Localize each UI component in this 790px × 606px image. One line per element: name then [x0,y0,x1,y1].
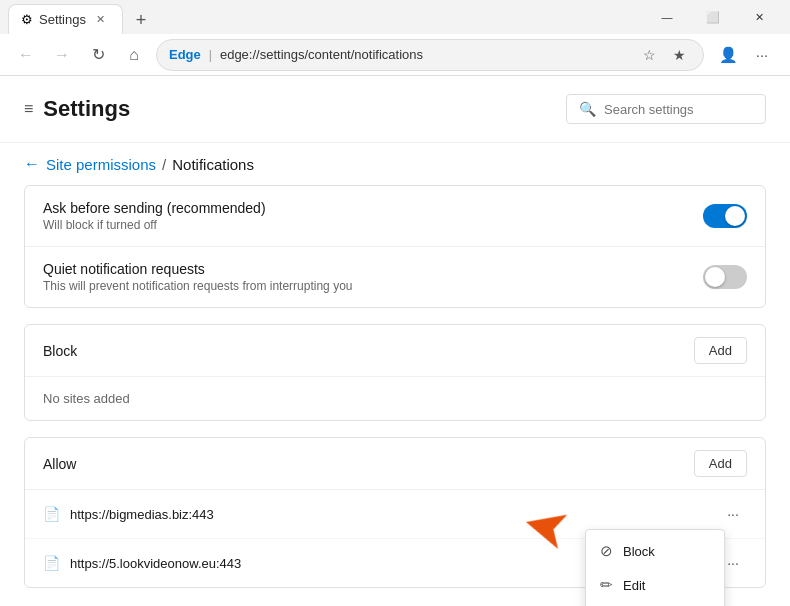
forward-button[interactable]: → [48,41,76,69]
allow-add-button[interactable]: Add [694,450,747,477]
profile-button[interactable]: 👤 [712,39,744,71]
tab-bar: ⚙ Settings ✕ + [8,0,155,34]
block-empty-text: No sites added [25,377,765,420]
tab-icon: ⚙ [21,12,33,27]
settings-main: ≡ Settings 🔍 ← Site permissions / Notifi… [0,76,790,606]
breadcrumb-current: Notifications [172,156,254,173]
window-controls: — ⬜ ✕ [644,0,782,34]
allow-section-header: Allow Add [25,438,765,490]
site-file-icon-1: 📄 [43,506,60,522]
block-section-header: Block Add [25,325,765,377]
settings-header: ≡ Settings 🔍 [0,76,790,143]
ask-before-sending-info: Ask before sending (recommended) Will bl… [43,200,703,232]
quiet-notifications-row: Quiet notification requests This will pr… [25,247,765,307]
block-ctx-label: Block [623,544,655,559]
collections-icon[interactable]: ★ [667,43,691,67]
more-menu-button[interactable]: ··· [746,39,778,71]
ask-before-sending-label: Ask before sending (recommended) [43,200,703,216]
block-section: Block Add No sites added [24,324,766,421]
tab-close-button[interactable]: ✕ [92,11,110,29]
site-file-icon-2: 📄 [43,555,60,571]
minimize-button[interactable]: — [644,0,690,34]
breadcrumb-back-button[interactable]: ← [24,155,40,173]
breadcrumb: ← Site permissions / Notifications [0,143,790,185]
settings-title-wrap: ≡ Settings [24,96,130,122]
allow-site-menu-button-1[interactable]: ··· [719,500,747,528]
ask-before-sending-desc: Will block if turned off [43,218,703,232]
edit-ctx-label: Edit [623,578,645,593]
settings-content: Ask before sending (recommended) Will bl… [0,185,790,606]
search-input[interactable] [604,102,754,117]
new-tab-button[interactable]: + [127,6,155,34]
address-bar-input[interactable]: Edge | edge://settings/content/notificat… [156,39,704,71]
quiet-notifications-info: Quiet notification requests This will pr… [43,261,703,293]
url-text: edge://settings/content/notifications [220,47,629,62]
context-menu-remove[interactable]: 🗑 Remove [586,602,724,606]
address-bar: ← → ↻ ⌂ Edge | edge://settings/content/n… [0,34,790,76]
home-button[interactable]: ⌂ [120,41,148,69]
block-ctx-icon: ⊘ [600,542,613,560]
allow-section: Allow Add 📄 https://bigmedias.biz:443 ··… [24,437,766,588]
quiet-notifications-toggle[interactable] [703,265,747,289]
allow-site-row-2: 📄 https://5.lookvideonow.eu:443 ··· ⊘ Bl… [25,539,765,587]
favorite-icon[interactable]: ☆ [637,43,661,67]
edge-logo: Edge [169,47,201,62]
breadcrumb-separator: / [162,156,166,173]
block-add-button[interactable]: Add [694,337,747,364]
settings-layout: ≡ Settings 🔍 ← Site permissions / Notifi… [0,76,790,606]
allow-site-url-1: https://bigmedias.biz:443 [70,507,719,522]
settings-tab[interactable]: ⚙ Settings ✕ [8,4,123,34]
back-button[interactable]: ← [12,41,40,69]
tab-title: Settings [39,12,86,27]
allow-section-label: Allow [43,456,76,472]
address-bar-icons: ☆ ★ [637,43,691,67]
title-bar: ⚙ Settings ✕ + — ⬜ ✕ [0,0,790,34]
context-menu-edit[interactable]: ✏ Edit [586,568,724,602]
hamburger-icon[interactable]: ≡ [24,100,33,118]
context-menu: ⊘ Block ✏ Edit 🗑 Remove [585,529,725,606]
address-separator: | [209,48,212,62]
page-title: Settings [43,96,130,122]
quiet-notifications-label: Quiet notification requests [43,261,703,277]
refresh-button[interactable]: ↻ [84,41,112,69]
toolbar-right: 👤 ··· [712,39,778,71]
context-menu-block[interactable]: ⊘ Block [586,534,724,568]
search-box[interactable]: 🔍 [566,94,766,124]
restore-button[interactable]: ⬜ [690,0,736,34]
close-button[interactable]: ✕ [736,0,782,34]
edit-ctx-icon: ✏ [600,576,613,594]
quiet-notifications-desc: This will prevent notification requests … [43,279,703,293]
ask-before-sending-toggle[interactable] [703,204,747,228]
toggle-section: Ask before sending (recommended) Will bl… [24,185,766,308]
block-section-label: Block [43,343,77,359]
ask-before-sending-row: Ask before sending (recommended) Will bl… [25,186,765,247]
search-icon: 🔍 [579,101,596,117]
breadcrumb-parent-link[interactable]: Site permissions [46,156,156,173]
